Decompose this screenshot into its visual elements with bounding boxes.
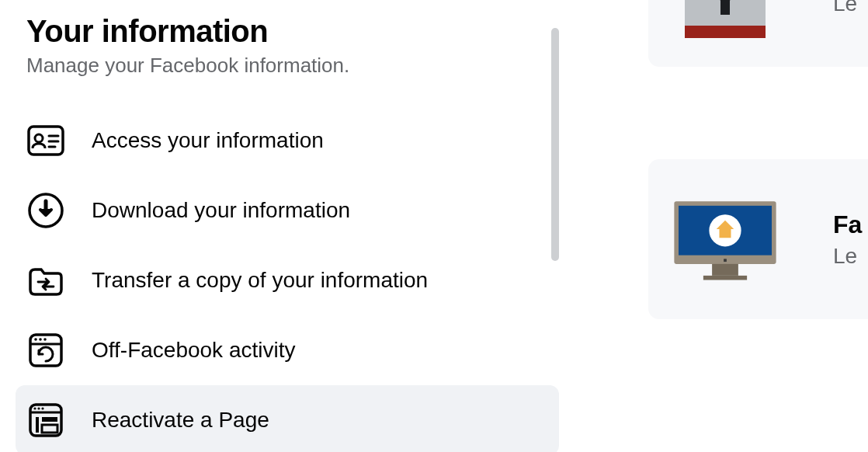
sidebar-title: Your information <box>26 14 559 49</box>
card-title: Fa <box>833 210 862 239</box>
activity-window-icon <box>26 331 65 370</box>
svg-rect-16 <box>36 417 39 433</box>
id-card-icon <box>26 121 65 160</box>
svg-point-8 <box>34 338 37 341</box>
nav-item-label: Access your information <box>92 128 324 153</box>
folder-transfer-icon <box>26 261 65 300</box>
nav-item-label: Reactivate a Page <box>92 408 269 433</box>
download-circle-icon <box>26 191 65 230</box>
card-privacy[interactable]: Pr Le <box>648 0 868 67</box>
svg-point-15 <box>41 407 43 409</box>
svg-rect-17 <box>42 417 57 422</box>
card-text: Pr Le <box>833 0 859 16</box>
svg-point-10 <box>43 338 47 341</box>
monitor-home-icon <box>667 181 783 297</box>
svg-rect-28 <box>703 276 747 280</box>
nav-item-reactivate-page[interactable]: Reactivate a Page <box>16 385 559 452</box>
nav-item-label: Off-Facebook activity <box>92 338 295 363</box>
nav-item-access-info[interactable]: Access your information <box>16 106 559 176</box>
main-content: Pr Le Fa Le <box>559 0 868 452</box>
nav-item-label: Download your information <box>92 198 350 223</box>
nav-list: Access your information Download your in… <box>26 106 559 452</box>
nav-item-label: Transfer a copy of your information <box>92 268 428 293</box>
svg-rect-18 <box>42 425 57 433</box>
card-desc: Le <box>833 244 862 269</box>
svg-point-13 <box>33 407 36 409</box>
lock-icon <box>667 0 783 45</box>
scrollbar[interactable] <box>551 28 559 261</box>
card-family[interactable]: Fa Le <box>648 159 868 319</box>
sidebar: Your information Manage your Facebook in… <box>0 0 559 452</box>
nav-item-transfer-copy[interactable]: Transfer a copy of your information <box>16 245 559 315</box>
svg-point-9 <box>39 338 42 341</box>
page-window-icon <box>26 401 65 440</box>
svg-rect-20 <box>685 26 766 38</box>
svg-rect-22 <box>720 0 730 15</box>
card-desc: Le <box>833 0 859 16</box>
svg-point-1 <box>35 134 43 142</box>
sidebar-subtitle: Manage your Facebook information. <box>26 54 559 78</box>
nav-item-download-info[interactable]: Download your information <box>16 176 559 245</box>
svg-point-14 <box>37 407 40 409</box>
svg-rect-26 <box>724 259 727 262</box>
card-text: Fa Le <box>833 210 862 269</box>
svg-rect-27 <box>712 264 738 276</box>
nav-item-off-facebook[interactable]: Off-Facebook activity <box>16 315 559 385</box>
